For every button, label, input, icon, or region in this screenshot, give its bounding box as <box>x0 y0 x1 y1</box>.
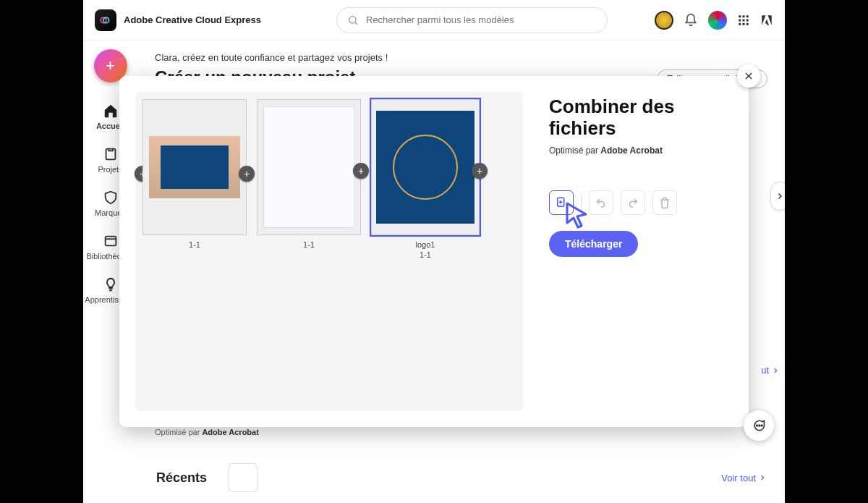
search-icon <box>347 14 359 26</box>
preview-area: + + 1-1 + 1-1 <box>119 76 539 427</box>
insert-after-button[interactable]: + <box>353 163 369 179</box>
brand-block: Adobe Creative Cloud Express <box>95 9 261 31</box>
svg-rect-12 <box>746 22 749 25</box>
svg-rect-8 <box>743 19 745 21</box>
premium-badge-icon[interactable] <box>655 11 673 30</box>
shield-icon <box>103 190 119 206</box>
insert-after-button[interactable]: + <box>472 163 488 179</box>
svg-rect-14 <box>105 237 116 246</box>
thumb-label: 1-1 <box>189 240 200 250</box>
svg-point-17 <box>759 425 760 426</box>
search-bar[interactable] <box>336 7 608 33</box>
recent-thumb-placeholder[interactable] <box>229 463 258 492</box>
apps-grid-icon[interactable] <box>737 14 750 27</box>
modal-toolbar <box>549 190 739 215</box>
redo-button[interactable] <box>621 190 645 215</box>
thumb-2-art <box>263 106 354 228</box>
avatar[interactable] <box>708 11 727 30</box>
search-input[interactable] <box>366 14 597 25</box>
svg-rect-11 <box>743 22 745 25</box>
top-bar: Adobe Creative Cloud Express <box>83 0 785 41</box>
top-right-actions <box>655 11 773 30</box>
chat-icon <box>752 418 766 433</box>
thumb-label: 1-1 <box>303 240 315 250</box>
undo-button[interactable] <box>589 190 613 215</box>
bell-icon[interactable] <box>684 13 698 28</box>
svg-rect-10 <box>739 22 741 25</box>
chevron-right-icon <box>759 474 766 481</box>
thumb-2[interactable]: + 1-1 <box>257 99 361 250</box>
libraries-icon <box>103 233 119 249</box>
toolbar-divider <box>581 194 582 211</box>
modal-close-button[interactable] <box>737 64 760 88</box>
add-file-button[interactable] <box>549 190 574 215</box>
lightbulb-icon <box>103 276 119 292</box>
svg-point-16 <box>757 425 758 426</box>
modal-subtitle: Optimisé par Adobe Acrobat <box>549 145 739 156</box>
close-icon <box>744 71 754 81</box>
download-button[interactable]: Télécharger <box>549 231 638 257</box>
redo-icon <box>626 196 639 209</box>
modal-title: Combiner des fichiers <box>549 96 739 140</box>
svg-rect-9 <box>746 19 749 21</box>
trash-icon <box>658 196 671 209</box>
help-chat-button[interactable] <box>744 410 774 441</box>
projects-icon <box>103 146 119 162</box>
svg-rect-6 <box>746 15 749 17</box>
thumb-label: logo11-1 <box>416 240 435 261</box>
recents-heading: Récents <box>156 470 207 486</box>
view-all-link-partial[interactable]: ut <box>761 365 779 376</box>
svg-rect-4 <box>739 15 741 17</box>
preview-grid: + + 1-1 + 1-1 <box>135 92 523 411</box>
thumb-1-art <box>149 136 240 198</box>
recents-row: Récents Voir tout <box>149 452 773 503</box>
combine-files-modal: + + 1-1 + 1-1 <box>119 76 749 427</box>
thumb-3-art <box>376 111 475 224</box>
svg-rect-5 <box>743 15 745 17</box>
greeting-text: Clara, créez en toute confiance et parta… <box>155 52 767 63</box>
svg-line-3 <box>355 22 357 25</box>
thumb-3[interactable]: + logo11-1 <box>371 99 480 261</box>
adobe-logo-icon[interactable] <box>760 14 773 27</box>
svg-rect-7 <box>739 19 741 21</box>
undo-icon <box>595 196 608 209</box>
brand-label: Adobe Creative Cloud Express <box>124 14 261 25</box>
add-file-icon <box>555 196 568 209</box>
home-icon <box>103 103 119 119</box>
cc-logo-icon <box>95 9 116 31</box>
svg-point-2 <box>349 16 356 22</box>
optimized-by-caption: Optimisé par Adobe Acrobat <box>155 428 767 436</box>
thumb-1[interactable]: + + 1-1 <box>142 99 247 250</box>
svg-point-18 <box>761 425 762 426</box>
chevron-right-icon <box>772 367 779 374</box>
chevron-right-icon <box>775 192 784 200</box>
insert-after-button[interactable]: + <box>239 166 255 182</box>
carousel-next-button[interactable] <box>770 182 785 211</box>
delete-button[interactable] <box>652 190 677 215</box>
view-all-link[interactable]: Voir tout <box>721 473 766 483</box>
modal-side-panel: Combiner des fichiers Optimisé par Adobe… <box>539 76 749 427</box>
